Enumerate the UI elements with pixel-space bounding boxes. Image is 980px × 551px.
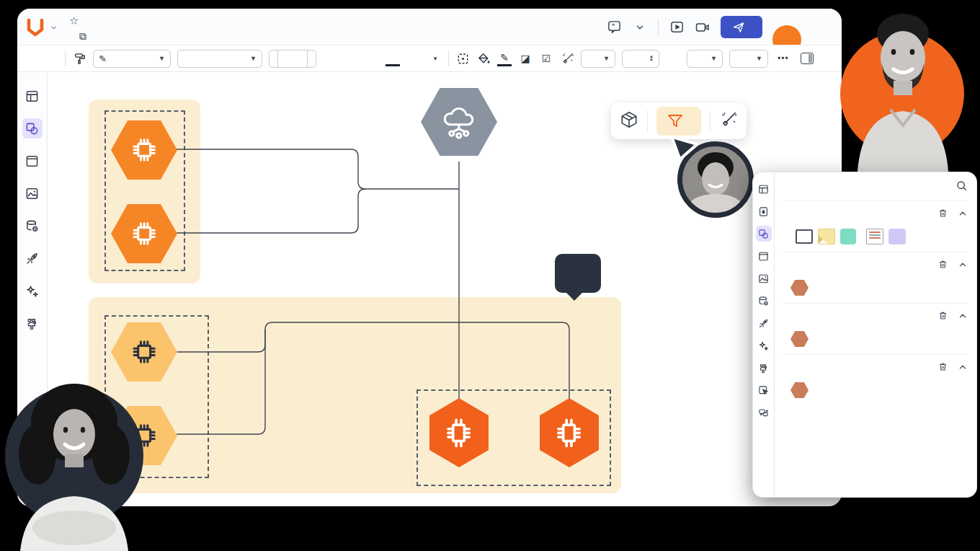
shape-quick-bolt[interactable] — [840, 229, 856, 244]
more-button[interactable]: ••• — [778, 56, 789, 61]
italic-button[interactable] — [344, 50, 358, 66]
rail-cursor-icon[interactable] — [756, 382, 772, 398]
trash-icon[interactable] — [937, 361, 948, 375]
shape-section-standard — [783, 201, 968, 252]
favorite-star-icon[interactable]: ☆ — [69, 14, 79, 27]
divider — [658, 19, 659, 35]
app-header: ☆ ⧉ — [17, 9, 842, 45]
video-camera-icon[interactable] — [695, 19, 710, 35]
rail-feedback-icon[interactable] — [756, 405, 772, 420]
endpoint-end-dropdown[interactable]: ▼ — [729, 50, 768, 68]
present-play-icon[interactable] — [669, 19, 685, 35]
shape-presentation[interactable] — [888, 229, 906, 244]
magic-wand-icon[interactable] — [560, 50, 574, 66]
line-width-stepper[interactable]: ▲▼ — [622, 50, 659, 68]
divider — [448, 50, 449, 66]
binoculars-search-icon[interactable]: ⧉ — [79, 30, 86, 43]
bold-button[interactable] — [323, 50, 337, 66]
quote-comment-bubble[interactable] — [555, 254, 601, 293]
shapes-panel-header — [783, 180, 968, 201]
sidebar-item-images[interactable] — [22, 183, 43, 203]
sidebar-item-templates[interactable] — [22, 86, 43, 106]
magic-wand-icon[interactable] — [719, 110, 738, 132]
undo-icon[interactable] — [23, 50, 37, 66]
shape-section-api-platform — [783, 252, 968, 304]
sidebar-item-rocket[interactable] — [22, 248, 43, 268]
share-button[interactable] — [721, 16, 762, 38]
chevron-down-icon[interactable] — [632, 19, 648, 35]
text-color-button[interactable] — [386, 50, 400, 66]
rail-rocket-icon[interactable] — [756, 315, 772, 331]
cursor-pointer — [666, 130, 703, 167]
header-right-cluster — [606, 16, 804, 38]
shape-section-big-data — [783, 304, 968, 355]
rail-data-icon[interactable] — [756, 293, 772, 309]
sidebar-item-frames[interactable] — [22, 151, 43, 171]
redo-icon[interactable] — [44, 50, 58, 66]
filter-funnel-icon — [667, 113, 684, 130]
collapse-chevron-icon[interactable] — [958, 260, 968, 273]
document-title-block: ☆ — [63, 14, 79, 27]
sidebar-item-magic[interactable] — [22, 281, 43, 301]
shape-section-cloud-ai — [783, 355, 968, 405]
connector-style-icon[interactable] — [666, 50, 680, 66]
trash-icon[interactable] — [937, 208, 948, 221]
font-size-stepper[interactable] — [269, 50, 316, 68]
panel-toggle-icon[interactable] — [800, 50, 814, 66]
notes-icon[interactable]: ☑ — [539, 50, 553, 66]
text-options-button[interactable]: ▾ — [427, 50, 442, 66]
shapes-panel — [752, 172, 977, 498]
rail-templates-icon[interactable] — [756, 181, 772, 197]
logo-block[interactable] — [24, 17, 62, 38]
rail-images-icon[interactable] — [756, 270, 772, 286]
rail-integrations-icon[interactable] — [756, 360, 772, 376]
format-toolbar: ✎▼ ▼ ▾ ✎ ◪ ☑ ▼ — [17, 45, 842, 72]
trash-icon[interactable] — [937, 259, 948, 273]
divider — [647, 110, 648, 132]
shapes-panel-rail — [753, 172, 775, 497]
divider — [65, 50, 66, 66]
shape-sticky-note[interactable] — [818, 229, 835, 244]
endpoint-start-dropdown[interactable]: ▼ — [687, 50, 723, 68]
app-window: ☆ ⧉ — [17, 9, 842, 506]
search-icon[interactable] — [956, 180, 968, 195]
library-shape-hexagon[interactable] — [790, 331, 808, 347]
rail-ink-icon[interactable] — [756, 203, 772, 219]
trash-icon[interactable] — [937, 310, 948, 324]
collapse-chevron-icon[interactable] — [958, 208, 968, 221]
menu-bar: ⧉ — [63, 30, 86, 43]
rail-shapes-icon[interactable] — [756, 226, 772, 242]
collapse-chevron-icon[interactable] — [958, 362, 968, 375]
lucid-logo-icon — [24, 17, 46, 38]
sidebar-item-shapes[interactable] — [22, 118, 43, 138]
chevron-down-icon[interactable] — [50, 24, 58, 32]
styles-dropdown[interactable]: ✎▼ — [93, 50, 171, 68]
line-color-icon[interactable]: ✎ — [497, 50, 512, 66]
shape-target-icon[interactable] — [455, 50, 470, 66]
line-style-dropdown[interactable]: ▼ — [581, 50, 615, 68]
shape-rectangle[interactable] — [796, 229, 813, 244]
shadow-icon[interactable]: ◪ — [518, 50, 533, 66]
left-toolbar-rail — [17, 73, 48, 506]
person-photo-top-right — [829, 0, 980, 172]
rail-frames-icon[interactable] — [756, 248, 772, 264]
paper-plane-icon — [732, 21, 745, 34]
rail-magic-icon[interactable] — [756, 338, 772, 353]
library-shape-hexagon[interactable] — [790, 280, 808, 296]
fill-bucket-icon[interactable] — [476, 50, 491, 66]
sidebar-item-integrations[interactable] — [22, 313, 43, 333]
comment-icon[interactable] — [606, 19, 622, 35]
divider — [710, 110, 710, 132]
collapse-chevron-icon[interactable] — [958, 311, 968, 324]
underline-button[interactable] — [365, 50, 379, 66]
page-background: ☆ ⧉ — [0, 0, 980, 551]
format-painter-icon[interactable] — [72, 50, 86, 66]
shape-legend[interactable] — [866, 229, 883, 244]
sidebar-item-data[interactable] — [22, 216, 43, 236]
font-dropdown[interactable]: ▼ — [177, 50, 262, 68]
cloud-iot-node[interactable] — [421, 88, 497, 156]
library-shape-hexagon[interactable] — [790, 382, 808, 398]
align-button[interactable] — [406, 50, 421, 66]
cube-3d-icon[interactable] — [620, 110, 638, 132]
